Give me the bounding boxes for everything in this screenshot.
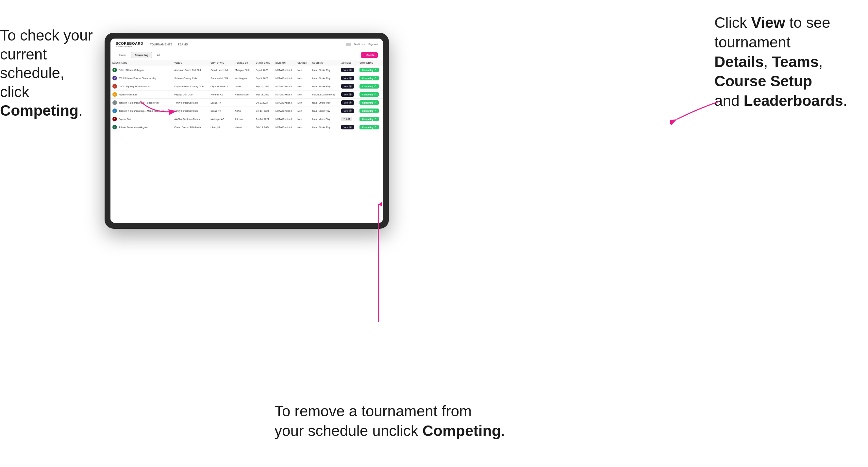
ann-rb-1: To remove a tournament from — [275, 403, 472, 419]
nav-teams[interactable]: TEAMS — [178, 42, 188, 47]
scoring-cell: team, Stroke Play — [310, 74, 340, 82]
competing-button[interactable]: Competing ✓ — [360, 117, 379, 121]
competing-button[interactable]: Competing ✓ — [360, 125, 379, 129]
logo-main-text: SCOREBOARD — [116, 41, 143, 45]
city-state-cell: Olympia Fields, IL — [209, 82, 233, 91]
view-button[interactable]: View i — [341, 84, 354, 89]
app-header: SCOREBOARD Powered by clippd TOURNAMENTS… — [111, 38, 383, 50]
gender-cell: Men — [296, 66, 310, 74]
division-cell: NCAA Division I — [274, 99, 296, 107]
scoring-cell: team, Match Play — [310, 115, 340, 123]
competing-cell: Competing ✓ — [358, 66, 383, 74]
city-state-cell: Sammamish, WA — [209, 74, 233, 82]
competing-button[interactable]: Competing ✓ — [360, 100, 379, 105]
scoring-cell: team, Stroke Play — [310, 82, 340, 91]
col-hosted-by: HOSTED BY — [233, 60, 254, 66]
start-date-cell: Sep 18, 2023 — [254, 91, 274, 99]
header-username: Test User — [354, 43, 365, 46]
tablet-frame: SCOREBOARD Powered by clippd TOURNAMENTS… — [104, 33, 389, 229]
table-container: EVENT NAME VENUE CITY, STATE HOSTED BY S… — [111, 60, 383, 223]
scoring-cell: team, Stroke Play — [310, 66, 340, 74]
ann-rt-leaderboards: Leaderboards — [744, 92, 843, 109]
event-name-text: OFCC Fighting Illini Invitational — [119, 85, 150, 88]
check-icon: ✓ — [374, 69, 376, 71]
start-date-cell: Sep 4, 2023 — [254, 66, 274, 74]
ann-rt-1: Click View to see — [714, 14, 830, 31]
gender-cell: Men — [296, 91, 310, 99]
actions-cell: View i — [339, 91, 358, 99]
table-row: I OFCC Fighting Illini Invitational Olym… — [111, 82, 383, 91]
signout-link[interactable]: Sign out — [368, 43, 378, 46]
info-icon: i — [349, 93, 352, 96]
arrow-view-right — [670, 96, 722, 129]
table-row: W 2023 Sahalee Players Championship Saha… — [111, 74, 383, 82]
division-cell: NCAA Division I — [274, 66, 296, 74]
actions-cell: View i — [339, 99, 358, 107]
info-icon: i — [349, 110, 352, 112]
competing-cell: Competing ✓ — [358, 74, 383, 82]
edit-button[interactable]: ✎ Edit — [341, 117, 352, 121]
col-event-name: EVENT NAME — [111, 60, 173, 66]
event-name-text: 2023 Sahalee Players Championship — [119, 77, 156, 80]
actions-cell: View i — [339, 66, 358, 74]
info-icon: i — [349, 77, 352, 80]
hosted-by-cell: Hawaii — [233, 123, 254, 131]
col-venue: VENUE — [173, 60, 209, 66]
event-name-cell: I OFCC Fighting Illini Invitational — [111, 82, 173, 91]
tab-home[interactable]: Home — [116, 52, 130, 58]
competing-button[interactable]: Competing ✓ — [360, 108, 379, 113]
ann-rt-teams: Teams — [772, 53, 818, 70]
ann-rt-details: Details — [714, 53, 764, 70]
scoring-cell: individual, Stroke Play — [310, 91, 340, 99]
competing-cell: Competing ✓ — [358, 82, 383, 91]
view-button[interactable]: View i — [341, 76, 354, 81]
view-button[interactable]: View i — [341, 125, 354, 129]
division-cell: NCAA Division I — [274, 123, 296, 131]
competing-cell: Competing ✓ — [358, 107, 383, 115]
city-state-cell: Lihue, HI — [209, 123, 233, 131]
scoring-cell: team, Match Play — [310, 107, 340, 115]
table-row: F Folds of Honor Collegiate American Dun… — [111, 66, 383, 74]
ann-rt-2: tournament — [714, 34, 790, 51]
arrow-bottom-up — [375, 201, 382, 322]
actions-cell: ✎ Edit — [339, 115, 358, 123]
hosted-by-cell — [233, 99, 254, 107]
col-competing: COMPETING — [358, 60, 383, 66]
gender-cell: Men — [296, 82, 310, 91]
city-state-cell: Maricopa, AZ — [209, 115, 233, 123]
division-cell: NCAA Division I — [274, 107, 296, 115]
create-button[interactable]: + Create — [361, 52, 378, 58]
annotation-left-line3: click — [0, 83, 29, 100]
info-icon: i — [349, 69, 352, 71]
team-logo: J — [113, 108, 117, 113]
check-icon: ✓ — [374, 85, 376, 88]
event-name-text: Papago Individual — [119, 93, 137, 96]
view-button[interactable]: View i — [341, 68, 354, 72]
ann-rt-coursesetup: Course Setup — [714, 72, 812, 90]
event-name-cell: H John A. Burns Intercollegiate — [111, 123, 173, 131]
division-cell: NCAA Division I — [274, 91, 296, 99]
table-row: H John A. Burns Intercollegiate Ocean Co… — [111, 123, 383, 131]
tab-competing[interactable]: Competing — [131, 52, 152, 58]
team-logo: P — [113, 92, 117, 97]
view-button[interactable]: View i — [341, 108, 354, 113]
nav-tournaments[interactable]: TOURNAMENTS — [150, 42, 172, 47]
tab-all[interactable]: All — [153, 52, 163, 58]
view-button[interactable]: View i — [341, 92, 354, 97]
event-name-text: John A. Burns Intercollegiate — [119, 126, 148, 128]
team-logo: H — [113, 125, 117, 129]
col-gender: GENDER — [296, 60, 310, 66]
team-logo: J — [113, 100, 117, 105]
venue-cell: Ocean Course At Hokuala — [173, 123, 209, 131]
city-state-cell: Grand Haven, MI — [209, 66, 233, 74]
competing-cell: Competing ✓ — [358, 115, 383, 123]
view-button[interactable]: View i — [341, 100, 354, 105]
event-name-text: Folds of Honor Collegiate — [119, 69, 145, 71]
competing-button[interactable]: Competing ✓ — [360, 76, 379, 81]
competing-button[interactable]: Competing ✓ — [360, 68, 379, 72]
competing-button[interactable]: Competing ✓ — [360, 92, 379, 97]
annotation-right-bottom: To remove a tournament from your schedul… — [275, 402, 542, 441]
start-date-cell: Sep 15, 2023 — [254, 82, 274, 91]
competing-cell: Competing ✓ — [358, 99, 383, 107]
competing-button[interactable]: Competing ✓ — [360, 84, 379, 89]
